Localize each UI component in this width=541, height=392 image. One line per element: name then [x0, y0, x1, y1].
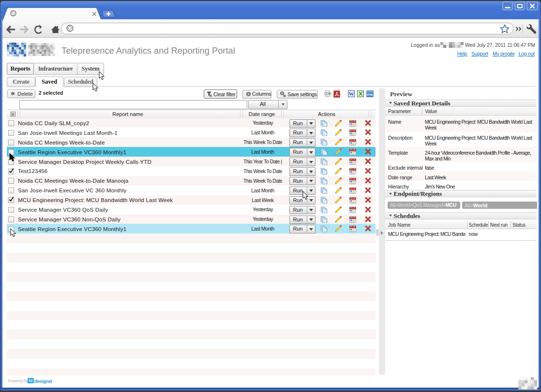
svg-text:W: W — [349, 91, 354, 97]
svg-text:DZ: DZ — [29, 379, 33, 382]
svg-text:HTML: HTML — [366, 93, 374, 96]
